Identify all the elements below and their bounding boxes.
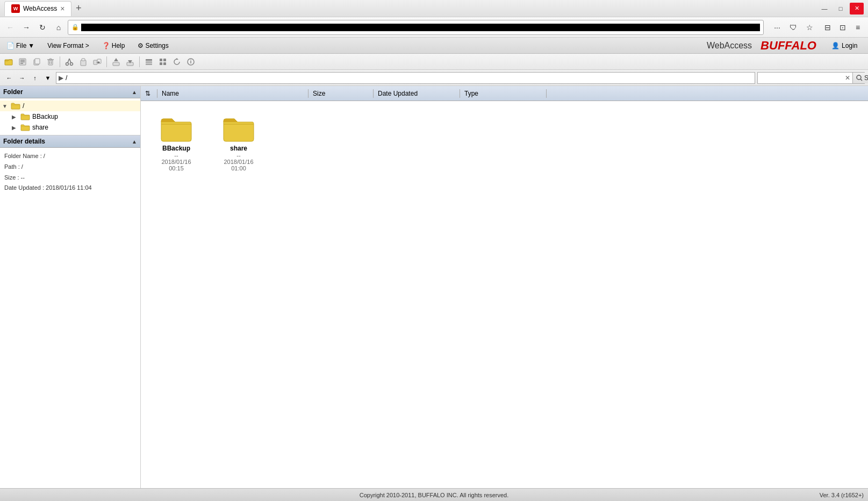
view-format-menu[interactable]: View Format > [45,41,91,51]
file-menu-label: File [16,42,26,49]
folder-section-collapse[interactable]: ▲ [132,89,137,95]
col-header-sort[interactable]: ⇅ [141,86,157,101]
file-item-share-date: 2018/01/16 01:00 [217,159,261,171]
buffalo-brand: BUFFALO [761,39,816,53]
forward-button[interactable]: → [19,20,33,34]
more-tools-button[interactable]: ··· [770,20,784,34]
toolbar-refresh[interactable] [170,55,183,68]
svg-line-14 [68,59,69,63]
col-sep-5 [546,89,547,98]
search-input[interactable] [758,74,843,82]
app-brand: WebAccess BUFFALO [707,39,816,53]
toolbar-copy[interactable] [30,55,43,68]
toolbar-download[interactable] [124,55,137,68]
back-button[interactable]: ← [3,20,17,34]
path-back-button[interactable]: ← [3,72,15,84]
library-button[interactable]: ⊟ [821,20,835,34]
refresh-button[interactable]: ↻ [35,20,49,34]
address-input[interactable] [81,24,760,31]
file-item-share[interactable]: share -- 2018/01/16 01:00 [212,110,266,176]
new-tab-button[interactable]: + [71,2,85,16]
toolbar-cut[interactable] [63,55,76,68]
toolbar-upload[interactable] [110,55,123,68]
pathbar-nav: ← → ↑ ▼ [3,72,54,84]
browser-titlebar: W WebAccess × + — □ ✕ [0,0,868,17]
col-size-label: Size [313,90,325,97]
search-clear-button[interactable]: ✕ [843,74,852,82]
path-forward-button[interactable]: → [16,72,28,84]
search-icon [856,75,863,81]
folder-details: Folder details ▲ Folder Name : / Path : … [0,135,140,197]
file-item-share-size: -- [236,152,240,159]
bookmark-button[interactable]: ☆ [802,20,816,34]
toolbar-view-list[interactable] [142,55,155,68]
app-header: 📄 File ▼ View Format > ❓ Help ⚙ Settings… [0,38,868,54]
path-input[interactable] [66,74,752,82]
toolbar-paste[interactable] [77,55,90,68]
toolbar-edit[interactable] [16,55,29,68]
file-item-bbackup-size: -- [174,152,178,159]
folder-details-collapse[interactable]: ▲ [132,139,137,145]
date-label: Date Updated : [4,184,44,191]
path-dropdown-button[interactable]: ▼ [42,72,54,84]
svg-rect-9 [49,59,52,60]
tree-item-bbackup[interactable]: ▶ BBackup [0,111,140,122]
toolbar-new-folder[interactable] [2,55,15,68]
col-header-size[interactable]: Size [309,86,373,101]
col-header-type[interactable]: Type [460,86,546,101]
pathbar: ← → ↑ ▼ ▶ ✕ Search [0,70,868,86]
col-header-name[interactable]: Name [157,86,308,101]
sidebar-icons: ⊟ ⊡ ≡ [821,20,865,34]
search-button[interactable]: Search [852,73,868,83]
expand-root[interactable]: ▼ [2,103,9,109]
svg-rect-31 [160,62,162,65]
svg-rect-6 [35,59,40,64]
path-separator: ▶ [59,74,63,82]
secure-icon: 🔒 [71,24,79,31]
path-up-button[interactable]: ↑ [29,72,41,84]
tab-close-button[interactable]: × [60,5,64,12]
home-button[interactable]: ⌂ [52,20,66,34]
folder-icon-large-share [223,114,255,142]
tree-item-bbackup-label: BBackup [32,113,58,120]
minimize-button[interactable]: — [817,3,831,15]
path-value: / [21,163,23,170]
file-item-bbackup[interactable]: BBackup -- 2018/01/16 00:15 [149,110,203,176]
help-menu[interactable]: ❓ Help [100,41,127,51]
user-icon: 👤 [831,42,840,49]
toolbar-info[interactable] [184,55,197,68]
folder-name-row: Folder Name : / [4,151,136,162]
folder-details-content: Folder Name : / Path : / Size : -- Date … [0,148,140,197]
login-button[interactable]: Login [842,42,857,49]
shield-button[interactable]: 🛡 [786,20,800,34]
file-area: ⇅ Name Size Date Updated Type [141,86,868,488]
tree-item-share[interactable]: ▶ share [0,122,140,133]
svg-point-37 [857,75,861,80]
svg-point-13 [70,62,73,65]
file-menu[interactable]: 📄 File ▼ [4,41,37,51]
col-header-date[interactable]: Date Updated [374,86,460,101]
size-label: Size : [4,174,19,181]
path-row: Path : / [4,162,136,173]
main-toolbar [0,54,868,70]
tab-favicon: W [11,4,20,13]
toolbar-view-grid[interactable] [156,55,169,68]
tree-item-share-label: share [32,124,48,131]
settings-menu[interactable]: ⚙ Settings [135,41,170,51]
svg-point-12 [66,62,69,65]
tree-item-root[interactable]: ▼ / [0,101,140,111]
maximize-button[interactable]: □ [834,3,848,15]
browser-tab[interactable]: W WebAccess × [4,1,71,16]
file-item-bbackup-name: BBackup [162,145,190,152]
close-button[interactable]: ✕ [850,3,864,15]
folder-tree: ▼ / ▶ BBackup ▶ [0,98,140,135]
browser-navbar: ← → ↻ ⌂ 🔒 ··· 🛡 ☆ ⊟ ⊡ ≡ [0,17,868,38]
folder-icon-share [20,123,30,132]
toolbar-delete[interactable] [44,55,57,68]
synced-tabs-button[interactable]: ⊡ [836,20,850,34]
help-icon: ❓ [102,42,110,49]
expand-share[interactable]: ▶ [12,125,18,131]
menu-button[interactable]: ≡ [851,20,865,34]
expand-bbackup[interactable]: ▶ [12,114,18,120]
toolbar-move[interactable] [91,55,104,68]
